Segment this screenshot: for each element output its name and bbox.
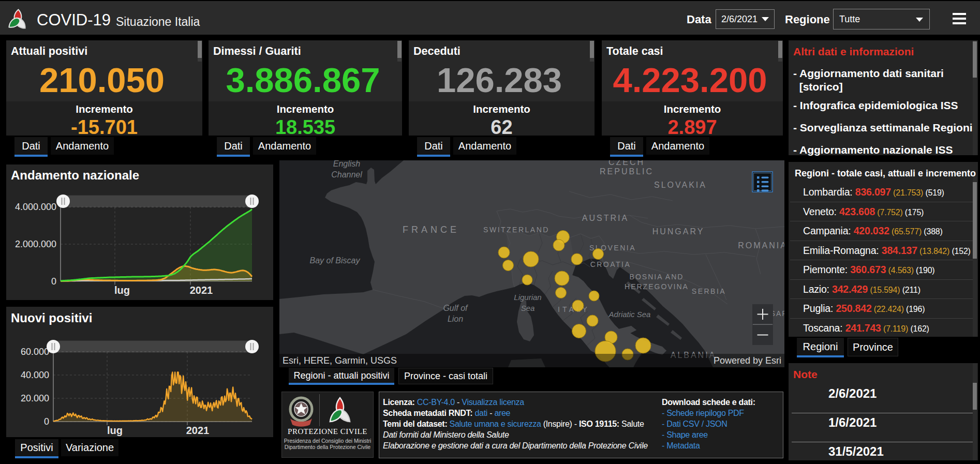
svg-text:AUSTRIA: AUSTRIA [582,214,629,222]
svg-text:Powered by Esri: Powered by Esri [714,355,781,366]
svg-text:SERBIA: SERBIA [692,287,726,295]
svg-text:ROMANIA: ROMANIA [738,241,784,250]
svg-text:CROATIA: CROATIA [590,260,631,268]
svg-text:0: 0 [51,276,56,287]
svg-text:0: 0 [44,416,49,427]
svg-text:SLOVAKIA: SLOVAKIA [654,181,707,189]
svg-text:Channel: Channel [331,170,362,179]
svg-text:40.000: 40.000 [21,370,49,380]
svg-text:Lion: Lion [448,315,463,323]
svg-text:lug: lug [114,285,130,296]
svg-text:FRANCE: FRANCE [403,224,459,235]
svg-text:CZECH: CZECH [608,160,645,167]
svg-text:60.000: 60.000 [21,347,49,357]
svg-text:Gulf of: Gulf of [443,304,468,312]
svg-text:Ligurian: Ligurian [514,293,541,302]
svg-text:Esri, HERE, Garmin, USGS: Esri, HERE, Garmin, USGS [283,355,397,366]
svg-text:English: English [333,160,361,168]
svg-text:20.000: 20.000 [21,393,49,403]
svg-text:2021: 2021 [190,285,213,296]
svg-text:REPUBLIC: REPUBLIC [600,167,654,176]
svg-text:BOSNIA AND: BOSNIA AND [630,273,684,281]
svg-text:lug: lug [107,425,123,436]
svg-text:2021: 2021 [186,425,210,436]
svg-text:4.000.000: 4.000.000 [15,202,56,212]
svg-text:HUNGARY: HUNGARY [652,227,705,236]
svg-text:Adriatic Sea: Adriatic Sea [608,310,651,319]
svg-text:HERZEGOVINA: HERZEGOVINA [625,282,689,291]
svg-text:SWITZERLAND: SWITZERLAND [483,226,550,234]
svg-text:2.000.000: 2.000.000 [15,239,56,249]
svg-text:Sea: Sea [521,304,535,312]
svg-text:Bay of Biscay: Bay of Biscay [310,256,361,265]
